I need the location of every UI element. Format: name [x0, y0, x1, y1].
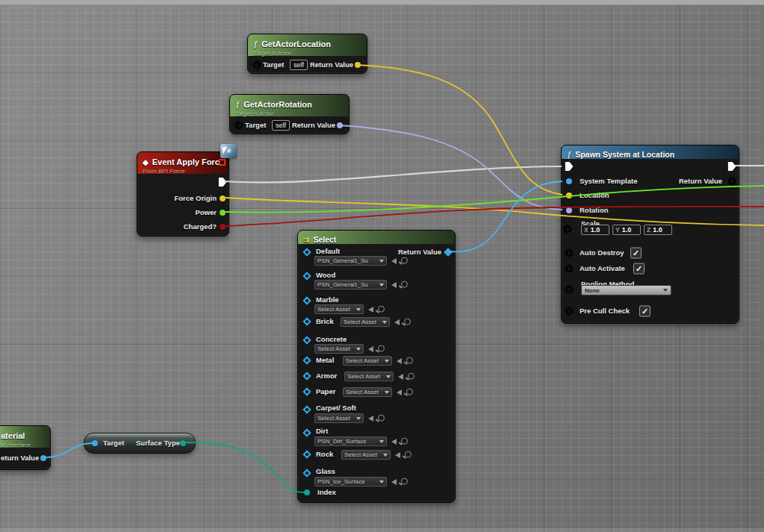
asset-combo[interactable]: PSN_Dirt_Surface — [314, 436, 387, 446]
dropdown-arrow-icon — [379, 284, 384, 287]
canvas-bottom-glow — [0, 528, 764, 532]
use-asset-arrow-icon[interactable] — [395, 452, 400, 458]
option-pin-metal[interactable] — [302, 356, 311, 364]
option-pin-default[interactable] — [302, 248, 311, 256]
rotation-pin[interactable] — [566, 207, 572, 213]
browse-asset-icon[interactable] — [405, 451, 411, 458]
node-spawn-system-at-location[interactable]: ƒSpawn System at Location System Templat… — [561, 145, 739, 324]
browse-asset-icon[interactable] — [401, 281, 408, 288]
scale-pin[interactable] — [564, 225, 571, 233]
event-delegate-pin[interactable] — [219, 159, 226, 166]
browse-asset-icon[interactable] — [406, 389, 413, 395]
use-asset-arrow-icon[interactable] — [368, 346, 373, 352]
browse-asset-icon[interactable] — [401, 257, 408, 264]
scale-y-field[interactable]: Y1.0 — [612, 225, 641, 235]
asset-combo[interactable]: Select Asset — [343, 387, 392, 397]
asset-combo[interactable]: Select Asset — [341, 450, 391, 460]
pre-cull-check-label: Pre Cull Check — [580, 307, 630, 316]
node-header[interactable]: ◆Event Apply Force From BPI Force — [137, 152, 229, 174]
asset-combo[interactable]: Select Asset — [314, 413, 364, 423]
use-asset-arrow-icon[interactable] — [391, 258, 397, 264]
self-reference-box[interactable]: self — [290, 60, 308, 70]
target-pin[interactable] — [253, 61, 261, 69]
auto-activate-pin[interactable] — [565, 265, 573, 272]
auto-destroy-checkbox[interactable]: ✓ — [630, 248, 642, 259]
node-header[interactable]: ƒSpawn System at Location — [562, 145, 739, 159]
option-pin-glass[interactable] — [302, 469, 311, 477]
scale-x-field[interactable]: X1.0 — [581, 225, 609, 235]
pre-cull-check-pin[interactable] — [565, 307, 573, 315]
use-asset-arrow-icon[interactable] — [394, 319, 400, 325]
node-header[interactable]: ƒGetActorRotation Target is Actor — [230, 95, 349, 116]
pre-cull-checkbox[interactable]: ✓ — [639, 306, 650, 317]
use-asset-arrow-icon[interactable] — [368, 416, 373, 422]
option-pin-concrete[interactable] — [302, 336, 311, 344]
asset-combo[interactable]: Select Asset — [344, 372, 394, 381]
option-label: Wood — [316, 271, 335, 280]
target-pin[interactable] — [92, 440, 98, 446]
return-value-label: Return Value — [310, 60, 353, 69]
option-pin-dirt[interactable] — [302, 428, 311, 436]
pooling-method-pin[interactable] — [565, 286, 573, 293]
browse-asset-icon[interactable] — [408, 373, 414, 380]
use-asset-arrow-icon[interactable] — [368, 307, 373, 313]
asset-combo[interactable]: Select Asset — [314, 304, 364, 314]
option-pin-armor[interactable] — [302, 372, 311, 380]
node-header[interactable]: ⇉Select — [298, 231, 455, 244]
browse-asset-icon[interactable] — [401, 478, 408, 485]
use-asset-arrow-icon[interactable] — [397, 389, 402, 395]
browse-asset-icon[interactable] — [404, 319, 411, 325]
use-asset-arrow-icon[interactable] — [391, 439, 397, 445]
option-pin-wood[interactable] — [302, 272, 311, 280]
return-value-pin[interactable] — [40, 455, 46, 461]
exec-in-pin[interactable] — [565, 162, 574, 171]
return-value-pin[interactable] — [728, 178, 736, 185]
option-pin-brick[interactable] — [302, 317, 311, 325]
scale-z-field[interactable]: Z1.0 — [644, 225, 672, 235]
auto-destroy-pin[interactable] — [565, 249, 573, 257]
option-pin-paper[interactable] — [302, 387, 311, 395]
force-origin-pin[interactable] — [220, 195, 226, 201]
node-get-actor-location[interactable]: ƒGetActorLocation Target is Actor Target… — [247, 34, 367, 74]
asset-combo[interactable]: PSN_General1_Su — [314, 280, 387, 290]
node-header[interactable]: aterial al Interface — [0, 426, 50, 448]
node-header[interactable]: ƒGetActorLocation Target is Actor — [248, 34, 367, 56]
browse-asset-icon[interactable] — [378, 306, 385, 313]
auto-activate-checkbox[interactable]: ✓ — [633, 263, 645, 275]
node-get-actor-rotation[interactable]: ƒGetActorRotation Target is Actor Target… — [229, 94, 350, 134]
node-material-clipped[interactable]: aterial al Interface eturn Value — [0, 425, 51, 470]
exec-out-pin[interactable] — [728, 162, 736, 171]
asset-combo[interactable]: Select Asset — [314, 344, 364, 354]
charged-pin[interactable] — [220, 224, 226, 230]
option-pin-carpet-soft[interactable] — [302, 405, 311, 413]
combo-value: Select Asset — [344, 451, 377, 458]
asset-combo[interactable]: PSN_General1_Su — [314, 256, 387, 266]
surface-type-pin[interactable] — [180, 440, 186, 446]
use-asset-arrow-icon[interactable] — [391, 479, 397, 485]
option-pin-rock[interactable] — [302, 450, 311, 458]
node-select[interactable]: ⇉Select Return Value Default PSN_General… — [297, 230, 456, 503]
node-subtitle-fragment: al Interface — [1, 442, 44, 448]
target-pin[interactable] — [235, 122, 243, 129]
self-reference-box[interactable]: self — [272, 120, 290, 131]
power-pin[interactable] — [220, 210, 226, 216]
use-asset-arrow-icon[interactable] — [391, 282, 397, 288]
asset-combo[interactable]: Select Asset — [341, 317, 390, 327]
dropdown-arrow-icon — [356, 308, 361, 311]
asset-combo[interactable]: PSN_Ice_Surface — [314, 477, 387, 486]
browse-asset-icon[interactable] — [378, 415, 385, 422]
pooling-method-dropdown[interactable]: None — [581, 285, 671, 295]
system-template-pin[interactable] — [566, 178, 572, 184]
browse-asset-icon[interactable] — [378, 345, 385, 352]
dropdown-arrow-icon — [356, 417, 361, 420]
asset-combo[interactable]: Select Asset — [343, 356, 392, 366]
option-pin-marble[interactable] — [302, 296, 311, 304]
use-asset-arrow-icon[interactable] — [397, 358, 402, 364]
browse-asset-icon[interactable] — [401, 438, 408, 445]
node-event-apply-force[interactable]: ◆Event Apply Force From BPI Force ✳ Forc… — [137, 151, 229, 237]
node-surface-type-compact[interactable]: Target Surface Type — [84, 433, 196, 454]
browse-asset-icon[interactable] — [406, 357, 413, 364]
node-title-fragment: aterial — [1, 431, 25, 440]
use-asset-arrow-icon[interactable] — [398, 374, 403, 380]
node-title: Spawn System at Location — [575, 150, 674, 159]
